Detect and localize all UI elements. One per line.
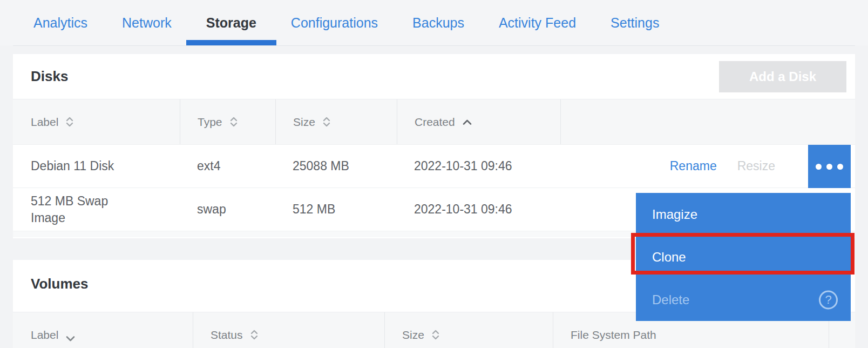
disk-created-cell: 2022-10-31 09:46 — [397, 145, 560, 188]
sort-both-icon — [431, 329, 440, 340]
disk-row-debian: Debian 11 Disk ext4 25088 MB 2022-10-31 … — [13, 144, 855, 188]
tab-settings[interactable]: Settings — [611, 0, 659, 45]
sort-both-icon — [322, 116, 331, 128]
sort-descending-icon — [65, 336, 76, 342]
disks-column-type[interactable]: Type — [180, 99, 275, 144]
sort-both-icon — [229, 116, 238, 128]
ellipsis-icon — [816, 164, 843, 170]
disk-size-cell: 25088 MB — [275, 145, 397, 188]
disk-row-actions: Rename Resize — [560, 145, 855, 188]
tab-activity-feed[interactable]: Activity Feed — [499, 0, 576, 45]
add-a-disk-button[interactable]: Add a Disk — [719, 61, 846, 92]
disks-column-size[interactable]: Size — [275, 99, 397, 144]
menu-item-clone[interactable]: Clone — [636, 236, 851, 278]
disk-label-cell: 512 MB Swap Image — [13, 188, 180, 231]
disks-column-created[interactable]: Created — [397, 99, 560, 144]
tab-network[interactable]: Network — [122, 0, 172, 45]
menu-item-delete: Delete ? — [636, 278, 851, 321]
sort-ascending-icon — [462, 119, 472, 125]
menu-item-imagize[interactable]: Imagize — [636, 193, 851, 236]
tab-bar: Analytics Network Storage Configurations… — [0, 0, 868, 45]
volumes-title: Volumes — [31, 276, 88, 292]
disk-actions-menu: Imagize Clone Delete ? — [636, 193, 851, 321]
sort-both-icon — [65, 116, 74, 128]
resize-button: Resize — [737, 159, 775, 173]
disk-size-cell: 512 MB — [275, 188, 397, 231]
tab-backups[interactable]: Backups — [412, 0, 464, 45]
help-icon[interactable]: ? — [819, 290, 838, 309]
disk-type-cell: ext4 — [180, 145, 275, 188]
tab-analytics[interactable]: Analytics — [33, 0, 87, 45]
more-actions-button[interactable] — [808, 145, 851, 188]
tab-storage[interactable]: Storage — [206, 0, 256, 45]
disk-type-cell: swap — [180, 188, 275, 231]
disks-panel-header: Disks Add a Disk — [13, 54, 855, 99]
tab-configurations[interactable]: Configurations — [291, 0, 378, 45]
tabbar-divider — [13, 45, 855, 46]
volumes-column-size[interactable]: Size — [384, 312, 553, 348]
disks-table-header: Label Type Size Created — [13, 99, 855, 144]
disks-column-actions-spacer — [560, 99, 855, 144]
disks-column-label[interactable]: Label — [13, 99, 180, 144]
disks-title: Disks — [31, 68, 68, 85]
volumes-column-status[interactable]: Status — [193, 312, 384, 348]
volumes-column-label[interactable]: Label — [13, 312, 193, 348]
disk-created-cell: 2022-10-31 09:46 — [397, 188, 560, 231]
disk-label-cell: Debian 11 Disk — [13, 145, 180, 188]
rename-button[interactable]: Rename — [670, 159, 717, 173]
sort-both-icon — [250, 329, 259, 340]
